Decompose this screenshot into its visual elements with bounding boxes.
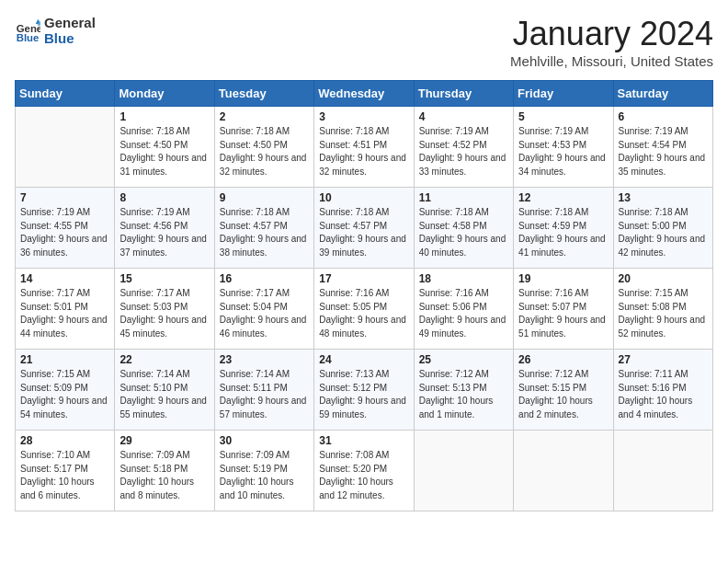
weekday-header-monday: Monday: [115, 81, 214, 107]
weekday-header-thursday: Thursday: [414, 81, 513, 107]
calendar-cell: [613, 431, 712, 511]
day-info: Sunrise: 7:17 AM Sunset: 5:01 PM Dayligh…: [20, 287, 109, 340]
day-info: Sunrise: 7:19 AM Sunset: 4:54 PM Dayligh…: [619, 125, 708, 178]
logo-line1: General: [44, 15, 96, 30]
calendar-cell: 11 Sunrise: 7:18 AM Sunset: 4:58 PM Dayl…: [414, 188, 513, 269]
day-number: 17: [319, 272, 408, 285]
week-row-1: 1 Sunrise: 7:18 AM Sunset: 4:50 PM Dayli…: [16, 107, 713, 188]
calendar-cell: [414, 431, 513, 511]
logo-line2: Blue: [44, 30, 96, 46]
day-info: Sunrise: 7:18 AM Sunset: 4:57 PM Dayligh…: [319, 206, 408, 259]
week-row-4: 21 Sunrise: 7:15 AM Sunset: 5:09 PM Dayl…: [16, 350, 713, 431]
day-number: 8: [119, 191, 209, 204]
day-number: 2: [220, 110, 309, 123]
day-number: 18: [419, 272, 508, 285]
logo: General Blue General Blue: [15, 15, 96, 47]
calendar-cell: 5 Sunrise: 7:19 AM Sunset: 4:53 PM Dayli…: [514, 107, 613, 188]
day-info: Sunrise: 7:18 AM Sunset: 5:00 PM Dayligh…: [619, 206, 708, 259]
calendar-subtitle: Mehlville, Missouri, United States: [510, 53, 713, 69]
logo-icon: General Blue: [15, 17, 40, 43]
day-number: 27: [619, 353, 708, 366]
day-info: Sunrise: 7:18 AM Sunset: 4:50 PM Dayligh…: [220, 125, 309, 178]
day-number: 28: [20, 434, 109, 447]
calendar-cell: 4 Sunrise: 7:19 AM Sunset: 4:52 PM Dayli…: [414, 107, 513, 188]
day-info: Sunrise: 7:17 AM Sunset: 5:03 PM Dayligh…: [119, 287, 209, 340]
day-info: Sunrise: 7:19 AM Sunset: 4:56 PM Dayligh…: [119, 206, 209, 259]
day-info: Sunrise: 7:18 AM Sunset: 4:59 PM Dayligh…: [518, 206, 608, 259]
header: General Blue General Blue January 2024 M…: [15, 15, 713, 69]
calendar-cell: 30 Sunrise: 7:09 AM Sunset: 5:19 PM Dayl…: [214, 431, 313, 511]
day-number: 31: [319, 434, 408, 447]
week-row-2: 7 Sunrise: 7:19 AM Sunset: 4:55 PM Dayli…: [16, 188, 713, 269]
day-info: Sunrise: 7:16 AM Sunset: 5:05 PM Dayligh…: [319, 287, 408, 340]
day-number: 3: [319, 110, 408, 123]
day-number: 25: [419, 353, 508, 366]
day-number: 13: [619, 191, 708, 204]
calendar-cell: 22 Sunrise: 7:14 AM Sunset: 5:10 PM Dayl…: [115, 350, 214, 431]
calendar-cell: 27 Sunrise: 7:11 AM Sunset: 5:16 PM Dayl…: [613, 350, 712, 431]
calendar-cell: 28 Sunrise: 7:10 AM Sunset: 5:17 PM Dayl…: [16, 431, 115, 511]
calendar-cell: 10 Sunrise: 7:18 AM Sunset: 4:57 PM Dayl…: [314, 188, 414, 269]
calendar-cell: 23 Sunrise: 7:14 AM Sunset: 5:11 PM Dayl…: [214, 350, 313, 431]
day-number: 24: [319, 353, 408, 366]
day-info: Sunrise: 7:17 AM Sunset: 5:04 PM Dayligh…: [220, 287, 309, 340]
calendar-cell: 6 Sunrise: 7:19 AM Sunset: 4:54 PM Dayli…: [613, 107, 712, 188]
calendar-cell: 13 Sunrise: 7:18 AM Sunset: 5:00 PM Dayl…: [613, 188, 712, 269]
day-number: 7: [20, 191, 109, 204]
week-row-5: 28 Sunrise: 7:10 AM Sunset: 5:17 PM Dayl…: [16, 431, 713, 511]
day-number: 29: [119, 434, 209, 447]
day-number: 1: [119, 110, 209, 123]
day-info: Sunrise: 7:08 AM Sunset: 5:20 PM Dayligh…: [319, 449, 408, 502]
day-info: Sunrise: 7:19 AM Sunset: 4:53 PM Dayligh…: [518, 125, 608, 178]
weekday-header-row: SundayMondayTuesdayWednesdayThursdayFrid…: [16, 81, 713, 107]
day-number: 30: [220, 434, 309, 447]
calendar-cell: 26 Sunrise: 7:12 AM Sunset: 5:15 PM Dayl…: [514, 350, 613, 431]
calendar-cell: 15 Sunrise: 7:17 AM Sunset: 5:03 PM Dayl…: [115, 269, 214, 350]
weekday-header-sunday: Sunday: [16, 81, 115, 107]
day-number: 4: [419, 110, 508, 123]
day-info: Sunrise: 7:10 AM Sunset: 5:17 PM Dayligh…: [20, 449, 109, 502]
calendar-cell: 18 Sunrise: 7:16 AM Sunset: 5:06 PM Dayl…: [414, 269, 513, 350]
day-number: 19: [518, 272, 608, 285]
day-number: 5: [518, 110, 608, 123]
day-number: 12: [518, 191, 608, 204]
day-info: Sunrise: 7:19 AM Sunset: 4:52 PM Dayligh…: [419, 125, 508, 178]
svg-text:Blue: Blue: [17, 33, 40, 44]
weekday-header-tuesday: Tuesday: [214, 81, 313, 107]
calendar-cell: 8 Sunrise: 7:19 AM Sunset: 4:56 PM Dayli…: [115, 188, 214, 269]
day-info: Sunrise: 7:18 AM Sunset: 4:50 PM Dayligh…: [119, 125, 209, 178]
calendar-cell: 16 Sunrise: 7:17 AM Sunset: 5:04 PM Dayl…: [214, 269, 313, 350]
calendar-cell: 1 Sunrise: 7:18 AM Sunset: 4:50 PM Dayli…: [115, 107, 214, 188]
calendar-table: SundayMondayTuesdayWednesdayThursdayFrid…: [15, 80, 713, 511]
day-info: Sunrise: 7:14 AM Sunset: 5:10 PM Dayligh…: [119, 368, 209, 421]
day-number: 9: [220, 191, 309, 204]
calendar-body: 1 Sunrise: 7:18 AM Sunset: 4:50 PM Dayli…: [16, 107, 713, 511]
day-number: 21: [20, 353, 109, 366]
day-info: Sunrise: 7:15 AM Sunset: 5:08 PM Dayligh…: [619, 287, 708, 340]
day-number: 10: [319, 191, 408, 204]
day-info: Sunrise: 7:18 AM Sunset: 4:57 PM Dayligh…: [220, 206, 309, 259]
calendar-cell: 25 Sunrise: 7:12 AM Sunset: 5:13 PM Dayl…: [414, 350, 513, 431]
day-info: Sunrise: 7:15 AM Sunset: 5:09 PM Dayligh…: [20, 368, 109, 421]
calendar-cell: 17 Sunrise: 7:16 AM Sunset: 5:05 PM Dayl…: [314, 269, 414, 350]
calendar-cell: 29 Sunrise: 7:09 AM Sunset: 5:18 PM Dayl…: [115, 431, 214, 511]
week-row-3: 14 Sunrise: 7:17 AM Sunset: 5:01 PM Dayl…: [16, 269, 713, 350]
calendar-cell: 7 Sunrise: 7:19 AM Sunset: 4:55 PM Dayli…: [16, 188, 115, 269]
day-info: Sunrise: 7:12 AM Sunset: 5:15 PM Dayligh…: [518, 368, 608, 421]
calendar-cell: 3 Sunrise: 7:18 AM Sunset: 4:51 PM Dayli…: [314, 107, 414, 188]
day-number: 22: [119, 353, 209, 366]
calendar-cell: 12 Sunrise: 7:18 AM Sunset: 4:59 PM Dayl…: [514, 188, 613, 269]
day-info: Sunrise: 7:11 AM Sunset: 5:16 PM Dayligh…: [619, 368, 708, 421]
day-number: 26: [518, 353, 608, 366]
weekday-header-friday: Friday: [514, 81, 613, 107]
day-number: 23: [220, 353, 309, 366]
calendar-cell: [16, 107, 115, 188]
day-info: Sunrise: 7:09 AM Sunset: 5:19 PM Dayligh…: [220, 449, 309, 502]
day-info: Sunrise: 7:16 AM Sunset: 5:07 PM Dayligh…: [518, 287, 608, 340]
calendar-cell: 20 Sunrise: 7:15 AM Sunset: 5:08 PM Dayl…: [613, 269, 712, 350]
calendar-cell: 21 Sunrise: 7:15 AM Sunset: 5:09 PM Dayl…: [16, 350, 115, 431]
title-area: January 2024 Mehlville, Missouri, United…: [510, 15, 713, 69]
day-info: Sunrise: 7:16 AM Sunset: 5:06 PM Dayligh…: [419, 287, 508, 340]
day-info: Sunrise: 7:19 AM Sunset: 4:55 PM Dayligh…: [20, 206, 109, 259]
day-number: 15: [119, 272, 209, 285]
